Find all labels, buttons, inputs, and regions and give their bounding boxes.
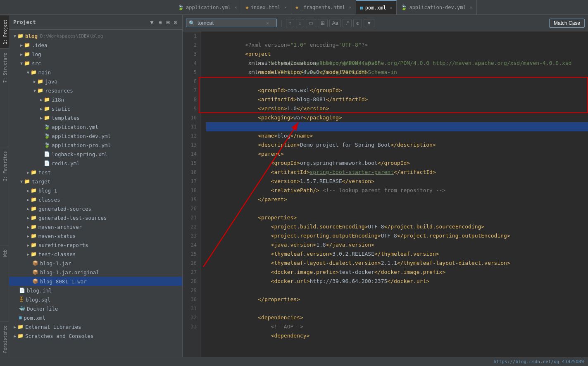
tree-item-blog-iml[interactable]: 📄 blog.iml (9, 286, 182, 295)
tree-arrow-scratches[interactable]: ▶ (12, 334, 17, 338)
folder-icon-src: 📁 (24, 60, 30, 66)
tree-item-logback-xml[interactable]: 📄 logback-spring.xml (9, 150, 182, 159)
tree-item-redis-yml[interactable]: 📄 redis.yml (9, 159, 182, 168)
sidebar-locate-icon[interactable]: ⊕ (158, 18, 163, 26)
tree-item-blog-1-jar-original[interactable]: 📦 blog-1.jar.original (9, 268, 182, 277)
tree-item-application-yml-file[interactable]: 🍃 application.yml (9, 122, 182, 131)
side-tool-project[interactable]: 1: Project (0, 15, 9, 48)
tree-arrow-java[interactable]: ▶ (32, 79, 37, 84)
tree-item-test-classes[interactable]: ▶ 📁 test-classes (9, 250, 182, 259)
sidebar-dropdown-icon[interactable]: ▼ (149, 18, 154, 26)
tree-arrow-classes[interactable]: ▶ (26, 197, 31, 202)
tree-arrow-blog-1[interactable]: ▶ (26, 188, 31, 193)
match-case-button[interactable]: Match Case (549, 19, 585, 28)
tree-arrow-i18n[interactable]: ▶ (39, 97, 44, 102)
tree-item-classes[interactable]: ▶ 📁 classes (9, 195, 182, 204)
search-divider: | (279, 19, 283, 27)
tree-arrow-generated-sources[interactable]: ▶ (26, 207, 31, 211)
tree-item-src[interactable]: ▼ 📁 src (9, 59, 182, 68)
tree-arrow-external-libraries[interactable]: ▶ (12, 325, 17, 329)
search-option3-button[interactable]: ⌽ (353, 19, 362, 27)
tab-application-yml[interactable]: 🍃 application.yml ✕ (174, 0, 241, 14)
side-tool-web[interactable]: Web (0, 245, 9, 261)
search-option1-button[interactable]: Aa (329, 19, 341, 27)
tree-item-dockerfile[interactable]: 🐳 Dockerfile (9, 304, 182, 313)
code-line-30 (206, 295, 588, 304)
tree-item-application-dev-yml-file[interactable]: 🍃 application-dev.yml (9, 131, 182, 140)
tree-arrow-test-classes[interactable]: ▶ (26, 252, 31, 257)
tree-label-blog-1: blog-1 (38, 188, 57, 194)
tab-close-index-html[interactable]: ✕ (284, 5, 287, 10)
tree-item-log[interactable]: ▶ 📁 log (9, 50, 182, 59)
tree-item-blog-1[interactable]: ▶ 📁 blog-1 (9, 186, 182, 195)
tree-item-maven-status[interactable]: ▶ 📁 maven-status (9, 231, 182, 240)
tree-item-i18n[interactable]: ▶ 📁 i18n (9, 95, 182, 104)
tab-close-application-dev-yml[interactable]: ✕ (470, 5, 472, 10)
tree-item-static[interactable]: ▶ 📁 static (9, 104, 182, 113)
side-tool-structure[interactable]: 7: Structure (0, 48, 9, 87)
tree-item-generated-test-sources[interactable]: ▶ 📁 generated-test-sources (9, 213, 182, 222)
tab-close-application-yml[interactable]: ✕ (234, 5, 237, 10)
tree-item-test[interactable]: ▶ 📁 test (9, 168, 182, 177)
tree-arrow-test[interactable]: ▶ (26, 170, 31, 175)
side-tool-favorites[interactable]: 2: Favorites (0, 147, 9, 185)
tree-label-surefire-reports: surefire-reports (38, 242, 88, 248)
tree-label-main: main (38, 69, 51, 76)
search-input[interactable] (198, 20, 264, 26)
tree-item-target[interactable]: ▼ 📁 target (9, 177, 182, 186)
tree-arrow-idea[interactable]: ▶ (19, 43, 24, 48)
search-option2-button[interactable]: .* (343, 19, 352, 27)
tree-arrow-maven-archiver[interactable]: ▶ (26, 225, 31, 229)
search-next-button[interactable]: ↓ (296, 19, 304, 27)
tree-item-scratches[interactable]: ▶ 📁 Scratches and Consoles (9, 331, 182, 340)
folder-icon-main: 📁 (31, 69, 37, 75)
tree-item-templates[interactable]: ▶ 📁 templates (9, 113, 182, 122)
tree-item-pom-xml-file[interactable]: m pom.xml (9, 313, 182, 322)
tree-label-i18n: i18n (52, 97, 64, 103)
tree-item-blog-8081-war[interactable]: 📦 blog-8081-1.war (9, 277, 182, 286)
tab-label-pom-xml: pom.xml (365, 5, 386, 11)
search-filter-button[interactable]: ▼ (364, 19, 374, 27)
tree-arrow-resources[interactable]: ▼ (32, 88, 37, 93)
tree-arrow-main[interactable]: ▼ (26, 70, 31, 75)
tree-arrow-surefire-reports[interactable]: ▶ (26, 243, 31, 247)
code-editor[interactable]: 12345 678910 1112131415 1617181920 21222… (183, 31, 588, 357)
tree-item-java[interactable]: ▶ 📁 java (9, 77, 182, 86)
tree-arrow-maven-status[interactable]: ▶ (26, 234, 31, 238)
sidebar-collapse-icon[interactable]: ⊟ (165, 18, 170, 26)
tree-item-resources[interactable]: ▼ 📁 resources (9, 86, 182, 95)
tree-item-blog-1-jar[interactable]: 📦 blog-1.jar (9, 259, 182, 268)
tree-item-application-pro-yml-file[interactable]: 🍃 application-pro.yml (9, 140, 182, 150)
tree-item-idea[interactable]: ▶ 📁 .idea (9, 40, 182, 50)
tree-label-blog-iml: blog.iml (27, 288, 52, 294)
search-plus-button[interactable]: ⊞ (318, 19, 328, 27)
tab-close-fragments-html[interactable]: ✕ (349, 5, 352, 10)
tab-close-pom-xml[interactable]: ✕ (390, 5, 392, 10)
tab-pom-xml[interactable]: m pom.xml ✕ (356, 0, 397, 14)
side-tool-persistence[interactable]: Persistence (0, 321, 9, 357)
tree-arrow-static[interactable]: ▶ (39, 107, 44, 111)
tree-item-main[interactable]: ▼ 📁 main (9, 68, 182, 77)
sidebar-settings-icon[interactable]: ⚙ (173, 18, 178, 26)
search-clear-button[interactable]: ✕ (266, 20, 269, 26)
tree-item-maven-archiver[interactable]: ▶ 📁 maven-archiver (9, 222, 182, 231)
tree-arrow-log[interactable]: ▶ (19, 52, 24, 57)
project-sidebar: Project ▼ ⊕ ⊟ ⚙ ▼ 📁 blog D:\Workspaces\I… (9, 15, 183, 357)
tree-arrow-target[interactable]: ▼ (19, 179, 24, 184)
tree-item-blog-root[interactable]: ▼ 📁 blog D:\Workspaces\IDEA\blog (9, 31, 182, 40)
tree-arrow-src[interactable]: ▼ (19, 61, 24, 66)
search-prev-button[interactable]: ↑ (286, 19, 294, 27)
tree-arrow-templates[interactable]: ▶ (39, 116, 44, 120)
tree-item-surefire-reports[interactable]: ▶ 📁 surefire-reports (9, 240, 182, 250)
tab-fragments-html[interactable]: ◈ _fragments.html ✕ (291, 0, 356, 14)
tab-application-dev-yml[interactable]: 🍃 application-dev.yml ✕ (397, 0, 476, 14)
tree-arrow-generated-test-sources[interactable]: ▶ (26, 216, 31, 220)
tree-item-external-libraries[interactable]: ▶ 📁 External Libraries (9, 322, 182, 331)
tab-index-html[interactable]: ◈ index.html ✕ (241, 0, 291, 14)
code-line-14: <groupId>org.springframework.boot</group… (206, 150, 588, 159)
tree-arrow-blog[interactable]: ▼ (12, 34, 17, 38)
tree-item-blog-sql[interactable]: 🗄 blog.sql (9, 295, 182, 304)
tree-item-generated-sources[interactable]: ▶ 📁 generated-sources (9, 204, 182, 213)
search-toggle-button[interactable]: ▭ (306, 19, 316, 27)
tree-label-application-pro-yml-file: application-pro.yml (52, 142, 111, 148)
